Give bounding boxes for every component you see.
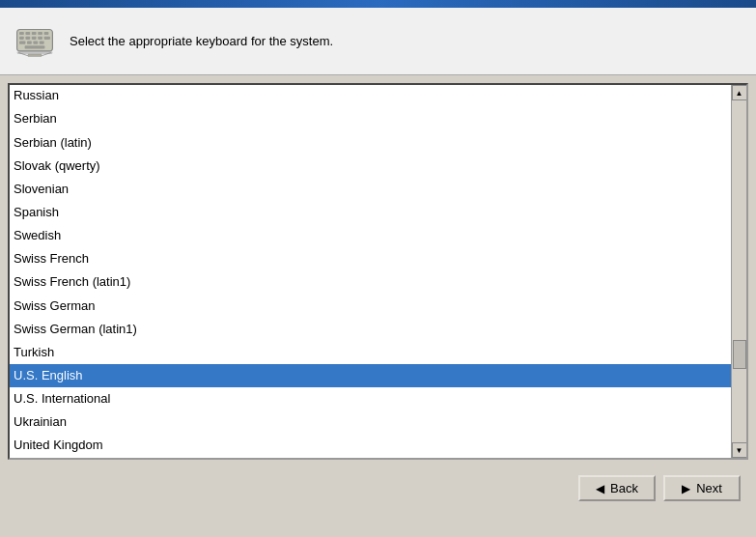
scrollbar-track: ▲ ▼ xyxy=(731,85,746,458)
svg-rect-10 xyxy=(44,37,50,40)
top-bar xyxy=(0,0,756,8)
footer-section: ◀ Back ▶ Next xyxy=(0,467,756,509)
keyboard-list[interactable]: PortugueseRomanianRussianSerbianSerbian … xyxy=(10,85,731,458)
svg-rect-5 xyxy=(44,32,49,35)
list-item[interactable]: Serbian xyxy=(10,107,731,130)
svg-rect-7 xyxy=(25,37,30,40)
back-icon: ◀ xyxy=(596,482,604,495)
back-label: Back xyxy=(610,481,638,495)
svg-rect-12 xyxy=(27,42,32,44)
next-button[interactable]: ▶ Next xyxy=(663,475,741,501)
svg-rect-11 xyxy=(19,42,25,44)
list-item[interactable]: Slovak (qwerty) xyxy=(10,155,731,178)
list-item[interactable]: U.S. International xyxy=(10,387,731,410)
header-text: Select the appropriate keyboard for the … xyxy=(70,32,333,51)
list-item[interactable]: Swiss French xyxy=(10,247,731,270)
svg-rect-14 xyxy=(40,42,44,44)
svg-rect-1 xyxy=(19,32,24,35)
next-icon: ▶ xyxy=(682,482,690,495)
svg-rect-13 xyxy=(33,42,38,44)
svg-rect-9 xyxy=(38,37,42,40)
list-item[interactable]: Russian xyxy=(10,85,731,107)
keyboard-icon xyxy=(15,24,54,58)
list-item[interactable]: United Kingdom xyxy=(10,434,731,457)
svg-rect-19 xyxy=(28,54,42,56)
svg-rect-15 xyxy=(25,45,45,48)
next-label: Next xyxy=(696,481,722,495)
list-item[interactable]: Serbian (latin) xyxy=(10,131,731,155)
list-item[interactable]: Slovenian xyxy=(10,178,731,201)
header-section: Select the appropriate keyboard for the … xyxy=(0,8,756,75)
list-item[interactable]: Turkish xyxy=(10,341,731,364)
list-item[interactable]: Swedish xyxy=(10,224,731,247)
list-item[interactable]: Swiss French (latin1) xyxy=(10,270,731,294)
scrollbar-thumb[interactable] xyxy=(733,340,746,369)
list-item[interactable]: U.S. English xyxy=(10,364,731,387)
keyboard-list-container: PortugueseRomanianRussianSerbianSerbian … xyxy=(8,83,748,460)
svg-rect-2 xyxy=(25,32,30,35)
scrollbar-down-btn[interactable]: ▼ xyxy=(732,442,747,458)
svg-rect-6 xyxy=(19,37,24,40)
back-button[interactable]: ◀ Back xyxy=(578,475,656,501)
svg-rect-3 xyxy=(32,32,37,35)
svg-rect-4 xyxy=(38,32,42,35)
list-item[interactable]: Ukrainian xyxy=(10,410,731,434)
scrollbar-thumb-area xyxy=(732,100,746,442)
list-item[interactable]: Swiss German (latin1) xyxy=(10,318,731,341)
scrollbar-up-btn[interactable]: ▲ xyxy=(732,85,747,100)
svg-rect-8 xyxy=(32,37,37,40)
list-item[interactable]: Spanish xyxy=(10,201,731,224)
list-item[interactable]: Swiss German xyxy=(10,295,731,318)
